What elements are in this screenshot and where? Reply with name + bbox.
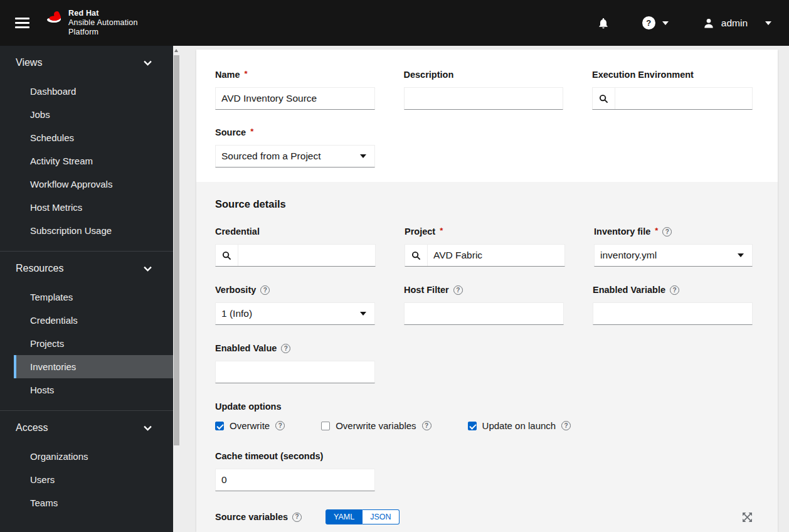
- source-details-section: Source details Credential: [196, 182, 778, 532]
- checkbox-overwrite-variables[interactable]: Overwrite variables ?: [321, 420, 431, 431]
- yaml-toggle-button[interactable]: YAML: [326, 509, 363, 524]
- scrollbar-thumb[interactable]: [174, 55, 179, 445]
- json-toggle-button[interactable]: JSON: [363, 509, 399, 524]
- credential-input[interactable]: [238, 245, 375, 266]
- field-cache-timeout: Cache timeout (seconds): [215, 451, 375, 491]
- main-area: Views Dashboard Jobs Schedules Activity …: [0, 46, 789, 532]
- brand-logo[interactable]: Red Hat Ansible Automation Platform: [46, 9, 138, 37]
- credential-search-button[interactable]: [216, 245, 238, 266]
- project-search-button[interactable]: [405, 245, 428, 266]
- execution-environment-search-button[interactable]: [593, 88, 615, 109]
- sidebar-item-organizations[interactable]: Organizations: [0, 445, 173, 468]
- search-icon: [599, 94, 608, 104]
- expand-editor-button[interactable]: [742, 512, 753, 523]
- verbosity-select[interactable]: 1 (Info): [215, 302, 375, 325]
- checkbox-checked-icon[interactable]: [468, 422, 477, 430]
- user-icon: [702, 17, 715, 29]
- enabled-value-input[interactable]: [215, 361, 375, 383]
- checkbox-overwrite[interactable]: Overwrite ?: [215, 420, 285, 431]
- checkbox-checked-icon[interactable]: [215, 422, 224, 430]
- host-filter-input[interactable]: [404, 302, 564, 325]
- name-input[interactable]: [215, 87, 375, 110]
- verbosity-help-icon[interactable]: ?: [260, 285, 270, 295]
- chevron-down-icon: [360, 312, 366, 316]
- top-navbar: Red Hat Ansible Automation Platform ? ad…: [0, 0, 789, 46]
- sidebar-item-projects[interactable]: Projects: [0, 332, 173, 355]
- project-input[interactable]: [428, 245, 564, 266]
- sidebar-item-activity-stream[interactable]: Activity Stream: [0, 149, 173, 173]
- brand-text: Red Hat Ansible Automation Platform: [68, 9, 138, 37]
- cache-timeout-input[interactable]: [215, 469, 375, 491]
- sidebar-group-views: Views Dashboard Jobs Schedules Activity …: [0, 46, 173, 251]
- field-source: Source * Sourced from a Project: [215, 127, 375, 168]
- overwrite-variables-help-icon[interactable]: ?: [422, 421, 432, 430]
- required-asterisk: *: [655, 225, 658, 236]
- chevron-down-icon: [765, 21, 771, 25]
- inventory-file-help-icon[interactable]: ?: [662, 227, 672, 237]
- help-icon: ?: [642, 16, 655, 29]
- source-select[interactable]: Sourced from a Project: [215, 145, 375, 168]
- search-icon: [222, 251, 231, 260]
- sidebar-item-jobs[interactable]: Jobs: [0, 103, 173, 126]
- sidebar-nav: Views Dashboard Jobs Schedules Activity …: [0, 46, 173, 532]
- user-menu[interactable]: admin: [702, 17, 771, 29]
- field-verbosity: Verbosity ? 1 (Info): [215, 285, 375, 325]
- chevron-down-icon: [144, 263, 152, 274]
- enabled-variable-input[interactable]: [593, 302, 753, 325]
- field-inventory-file: Inventory file * ? inventory.yml: [594, 226, 753, 267]
- sidebar-item-dashboard[interactable]: Dashboard: [0, 80, 173, 103]
- sidebar-item-hosts[interactable]: Hosts: [0, 378, 173, 402]
- inventory-file-select[interactable]: inventory.yml: [594, 244, 753, 267]
- sidebar-group-header-access[interactable]: Access: [0, 418, 173, 445]
- sidebar-item-users[interactable]: Users: [0, 468, 173, 491]
- sidebar-group-access: Access Organizations Users Teams: [0, 410, 173, 523]
- content-area: Name * Description Execution Environment: [180, 46, 789, 532]
- scrollbar-up-arrow-icon[interactable]: [174, 49, 178, 52]
- enabled-value-help-icon[interactable]: ?: [281, 344, 290, 353]
- search-icon: [411, 251, 421, 260]
- expand-arrows-icon: [742, 512, 753, 523]
- execution-environment-input[interactable]: [615, 88, 752, 109]
- description-input[interactable]: [404, 87, 564, 110]
- field-description: Description: [404, 70, 564, 110]
- required-asterisk: *: [245, 68, 248, 79]
- field-enabled-variable: Enabled Variable ?: [593, 285, 753, 325]
- nav-toggle-hamburger-icon[interactable]: [15, 18, 29, 28]
- help-menu[interactable]: ?: [642, 16, 669, 29]
- chevron-down-icon: [738, 253, 744, 257]
- update-on-launch-help-icon[interactable]: ?: [561, 421, 571, 430]
- redhat-fedora-icon: [46, 11, 63, 26]
- checkbox-update-on-launch[interactable]: Update on launch ?: [468, 420, 571, 431]
- host-filter-help-icon[interactable]: ?: [453, 285, 463, 295]
- sidebar-item-teams[interactable]: Teams: [0, 491, 173, 514]
- sidebar-group-resources: Resources Templates Credentials Projects…: [0, 251, 173, 410]
- required-asterisk: *: [440, 225, 443, 236]
- enabled-variable-help-icon[interactable]: ?: [670, 285, 679, 295]
- field-host-filter: Host Filter ?: [404, 285, 564, 325]
- sidebar-item-templates[interactable]: Templates: [0, 285, 173, 309]
- checkbox-unchecked-icon[interactable]: [321, 422, 330, 430]
- field-execution-environment: Execution Environment: [592, 70, 753, 110]
- sidebar-item-workflow-approvals[interactable]: Workflow Approvals: [0, 173, 173, 196]
- chevron-down-icon: [144, 57, 152, 68]
- yaml-json-toggle: YAML JSON: [326, 509, 399, 524]
- sidebar-scrollbar[interactable]: [173, 46, 180, 532]
- field-enabled-value: Enabled Value ?: [215, 343, 375, 383]
- field-project: Project *: [405, 226, 565, 267]
- notifications-bell-icon[interactable]: [597, 16, 610, 30]
- sidebar-item-inventories[interactable]: Inventories: [14, 355, 173, 378]
- source-variables-help-icon[interactable]: ?: [292, 513, 302, 522]
- chevron-down-icon: [662, 21, 669, 25]
- sidebar-item-credentials[interactable]: Credentials: [0, 309, 173, 332]
- field-update-options: Update options Overwrite ? Overwrite var…: [215, 402, 753, 431]
- sidebar-group-header-views[interactable]: Views: [0, 53, 173, 80]
- chevron-down-icon: [144, 422, 152, 434]
- sidebar-item-host-metrics[interactable]: Host Metrics: [0, 196, 173, 219]
- field-credential: Credential: [215, 226, 376, 267]
- username: admin: [721, 18, 748, 29]
- field-name: Name *: [215, 70, 375, 110]
- sidebar-item-subscription-usage[interactable]: Subscription Usage: [0, 219, 173, 242]
- overwrite-help-icon[interactable]: ?: [275, 421, 285, 430]
- sidebar-item-schedules[interactable]: Schedules: [0, 126, 173, 149]
- sidebar-group-header-resources[interactable]: Resources: [0, 259, 173, 285]
